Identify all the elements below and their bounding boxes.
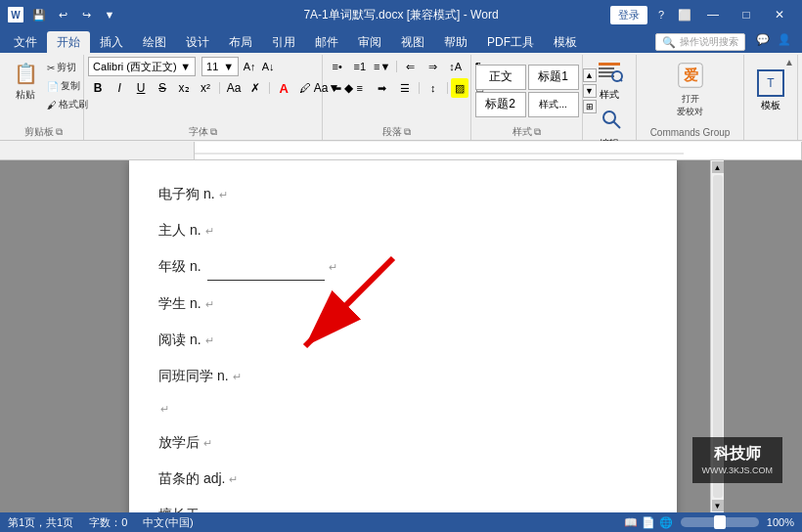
tab-home[interactable]: 开始 <box>47 31 90 53</box>
tab-references[interactable]: 引用 <box>262 31 305 53</box>
scroll-up-button[interactable]: ▲ <box>712 161 724 173</box>
feedback-button[interactable]: 💬 <box>753 29 773 49</box>
tab-insert[interactable]: 插入 <box>90 31 133 53</box>
case-button[interactable]: Aa <box>224 78 244 98</box>
close-button[interactable]: ✕ <box>765 5 794 24</box>
template-button[interactable]: T 模板 <box>751 67 790 114</box>
bold-button[interactable]: B <box>88 78 108 98</box>
tab-help[interactable]: 帮助 <box>434 31 477 53</box>
strikethrough-button[interactable]: S <box>153 78 172 98</box>
sort-button[interactable]: ↕A <box>445 57 467 76</box>
style-heading2-button[interactable]: 标题2 <box>475 92 526 117</box>
superscript-button[interactable]: x² <box>196 78 215 98</box>
underline-button[interactable]: U <box>131 78 151 98</box>
justify-button[interactable]: ☰ <box>394 78 416 98</box>
italic-button[interactable]: I <box>110 78 129 98</box>
numbering-button[interactable]: ≡1 <box>349 57 371 76</box>
zoom-thumb[interactable] <box>714 515 726 529</box>
list-item: 放学后↵ <box>158 428 647 456</box>
maximize-button[interactable]: □ <box>732 5 761 24</box>
login-button[interactable]: 登录 <box>610 6 647 24</box>
styles-pane-button[interactable]: 样式 <box>590 57 629 104</box>
bullets-button[interactable]: ≡• <box>327 57 348 76</box>
cut-icon: ✂ <box>47 63 55 73</box>
clipboard-expand-icon[interactable]: ⧉ <box>56 126 63 138</box>
undo-button[interactable]: ↩ <box>53 5 72 24</box>
format-painter-icon: 🖌 <box>47 100 57 111</box>
open-compare-button[interactable]: 爱 打开 爱校对 <box>669 57 712 121</box>
ribbon-display-button[interactable]: ⬜ <box>675 5 694 24</box>
tab-mailing[interactable]: 邮件 <box>305 31 348 53</box>
styles-label2: 样式 <box>600 88 619 102</box>
ribbon-tabs: 文件 开始 插入 绘图 设计 布局 引用 邮件 审阅 视图 帮助 PDF工具 模… <box>0 29 802 53</box>
print-layout-button[interactable]: 📄 <box>642 516 655 529</box>
ribbon-collapse-button[interactable]: ▲ <box>782 55 796 69</box>
multilevel-button[interactable]: ≡▼ <box>372 57 393 76</box>
ribbon-group-edit: 样式 编辑 <box>583 55 637 140</box>
align-right-button[interactable]: ➡ <box>372 78 393 98</box>
window-title: 7A-1单词默写.docx [兼容模式] - Word <box>303 7 498 23</box>
paragraph-label: 段落 ⧉ <box>327 124 467 140</box>
decrease-indent-button[interactable]: ⇐ <box>400 57 422 76</box>
tab-file[interactable]: 文件 <box>4 31 47 53</box>
font-size-input[interactable]: 11 ▼ <box>201 57 239 76</box>
zoom-slider[interactable] <box>681 517 759 527</box>
paste-button[interactable]: 📋 粘贴 <box>8 57 43 104</box>
search-box[interactable]: 🔍 操作说明搜索 <box>655 33 745 51</box>
align-center-button[interactable]: ≡ <box>349 78 371 98</box>
tab-draw[interactable]: 绘图 <box>133 31 176 53</box>
tab-view[interactable]: 视图 <box>391 31 434 53</box>
tab-review[interactable]: 审阅 <box>348 31 391 53</box>
para-divider1 <box>396 61 397 72</box>
line-spacing-button[interactable]: ↕ <box>423 78 444 98</box>
tab-pdf[interactable]: PDF工具 <box>477 31 544 53</box>
read-mode-button[interactable]: 📖 <box>624 516 638 529</box>
tab-design[interactable]: 设计 <box>176 31 219 53</box>
help-button[interactable]: ? <box>651 5 671 24</box>
highlight-button[interactable]: 🖊 <box>295 78 315 98</box>
copy-icon: 📄 <box>47 81 59 92</box>
text-color-button[interactable]: A <box>274 78 293 98</box>
title-bar-left: W 💾 ↩ ↪ ▼ <box>8 5 119 24</box>
ribbon-group-styles: 正文 标题1 标题2 样式... ▲ ▼ ⊞ 样式 ⧉ <box>471 55 583 140</box>
clear-format-button[interactable]: ✗ <box>245 78 265 98</box>
document-page[interactable]: 电子狗 n.↵ 主人 n.↵ 年级 n. ↵ 学生 n.↵ <box>129 160 677 512</box>
page-area[interactable]: 电子狗 n.↵ 主人 n.↵ 年级 n. ↵ 学生 n.↵ <box>96 160 710 512</box>
ribbon-group-font: Calibri (西文正文) ▼ 11 ▼ A↑ A↓ B I U S x₂ <box>84 55 323 140</box>
style-heading1-button[interactable]: 标题1 <box>528 65 579 90</box>
styles-expand-icon[interactable]: ⧉ <box>534 126 541 138</box>
tab-layout[interactable]: 布局 <box>219 31 262 53</box>
redo-button[interactable]: ↪ <box>76 5 96 24</box>
tab-template[interactable]: 模板 <box>544 31 587 53</box>
style-emphasis-button[interactable]: 样式... <box>528 92 579 117</box>
web-layout-button[interactable]: 🌐 <box>659 516 673 529</box>
scroll-down-button[interactable]: ▼ <box>712 500 724 511</box>
save-button[interactable]: 💾 <box>29 5 49 24</box>
list-item: 电子狗 n.↵ <box>158 180 647 207</box>
paragraph-expand-icon[interactable]: ⧉ <box>404 126 411 138</box>
customize-qat-button[interactable]: ▼ <box>100 5 119 24</box>
document-content: 电子狗 n.↵ 主人 n.↵ 年级 n. ↵ 学生 n.↵ <box>158 180 647 512</box>
shrink-font-button[interactable]: A↓ <box>259 57 277 76</box>
align-left-button[interactable]: ⬅ <box>327 78 348 98</box>
grow-font-button[interactable]: A↑ <box>241 57 258 76</box>
ruler-area <box>0 141 802 160</box>
list-item <box>158 317 647 326</box>
fill-in-field[interactable] <box>207 252 325 281</box>
font-divider <box>219 82 220 94</box>
increase-indent-button[interactable]: ⇒ <box>423 57 444 76</box>
minimize-button[interactable]: — <box>698 5 728 24</box>
svg-line-7 <box>613 121 620 128</box>
share-button[interactable]: 👤 <box>775 29 794 49</box>
font-name-dropdown[interactable]: Calibri (西文正文) ▼ <box>88 57 196 76</box>
list-item: ↵ <box>158 398 647 420</box>
subscript-button[interactable]: x₂ <box>174 78 194 98</box>
style-normal-button[interactable]: 正文 <box>475 65 526 90</box>
paste-icon: 📋 <box>12 59 39 88</box>
edit-icon <box>596 108 623 135</box>
watermark-url: WWW.3KJS.COM <box>702 465 774 477</box>
para-divider3 <box>447 82 448 94</box>
document-container: 电子狗 n.↵ 主人 n.↵ 年级 n. ↵ 学生 n.↵ <box>0 160 802 512</box>
shading-button[interactable]: ▨ <box>451 78 468 98</box>
font-expand-icon[interactable]: ⧉ <box>210 126 217 138</box>
